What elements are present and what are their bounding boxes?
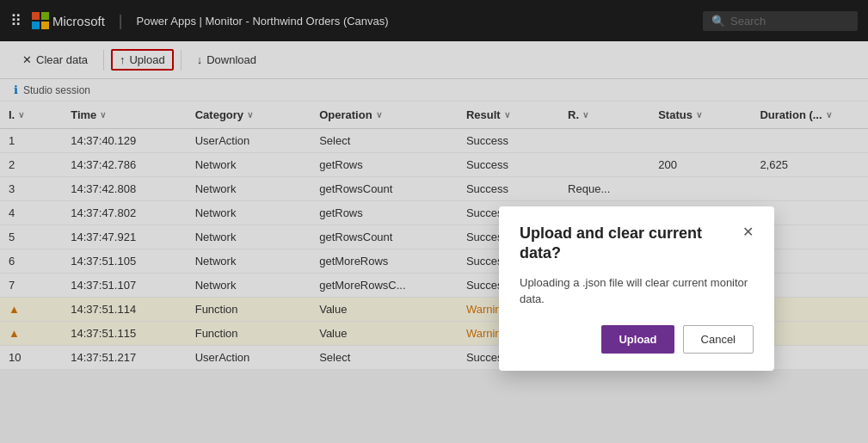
dialog-cancel-button[interactable]: Cancel	[683, 325, 754, 354]
dialog-body: Uploading a .json file will clear curren…	[520, 274, 754, 308]
dialog-title: Upload and clear current data?	[520, 224, 736, 264]
dialog-upload-button[interactable]: Upload	[601, 325, 674, 354]
dialog-overlay: Upload and clear current data? ✕ Uploadi…	[0, 0, 868, 443]
dialog-close-button[interactable]: ✕	[736, 224, 754, 240]
upload-dialog: Upload and clear current data? ✕ Uploadi…	[499, 206, 774, 371]
dialog-actions: Upload Cancel	[520, 325, 754, 354]
dialog-header: Upload and clear current data? ✕	[520, 224, 754, 264]
